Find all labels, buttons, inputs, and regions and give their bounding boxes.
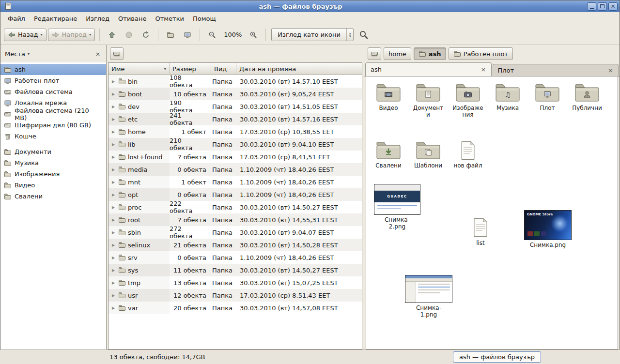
tree-row-usr[interactable]: ▶usr12 обектаПапка17.03.2010 (ср) 8,51,4… — [108, 289, 362, 302]
back-dropdown-icon[interactable]: ▾ — [41, 32, 43, 37]
forward-button[interactable]: Напред ▾ — [48, 29, 95, 41]
expander-icon[interactable]: ▶ — [110, 117, 116, 121]
expander-icon[interactable]: ▶ — [110, 268, 116, 273]
tree-row-opt[interactable]: ▶opt0 обектаПапка1.10.2009 (чт) 18,40,26… — [108, 188, 362, 201]
titlebar[interactable]: ash — файлов браузър × — [0, 0, 620, 12]
tab-ash[interactable]: ash× — [365, 62, 492, 76]
tree-row-proc[interactable]: ▶proc222 обектаПапка30.03.2010 (вт) 14,5… — [108, 201, 362, 213]
icon-Документи[interactable]: Документи — [410, 82, 447, 119]
sidebar-item-Работен плот[interactable]: Работен плот — [0, 75, 106, 86]
home-button[interactable] — [163, 29, 178, 41]
expander-icon[interactable]: ▶ — [110, 105, 116, 109]
sidebar-item-Документи[interactable]: Документи — [0, 146, 106, 157]
stop-button[interactable] — [121, 29, 137, 41]
tree-row-mnt[interactable]: ▶mnt1 обектПапка1.10.2009 (чт) 18,40,26 … — [108, 176, 362, 188]
icon-Плот[interactable]: Плот — [529, 82, 566, 119]
icon-Видео[interactable]: Видео — [370, 82, 407, 119]
menu-Помощ[interactable]: Помощ — [188, 14, 220, 24]
expander-icon[interactable]: ▶ — [110, 142, 116, 147]
sidebar-item-Изображения[interactable]: Изображения — [0, 168, 106, 180]
icon-Свалени[interactable]: Свалени — [370, 140, 407, 169]
taskbar-window-button[interactable]: ash — файлов браузър — [453, 351, 541, 363]
column-header-Размер[interactable]: Размер — [170, 63, 211, 75]
places-dropdown-icon[interactable]: ▾ — [28, 52, 30, 56]
tree-row-etc[interactable]: ▶etc241 обектаПапка30.03.2010 (вт) 14,57… — [108, 113, 362, 125]
tree-row-dev[interactable]: ▶dev190 обектаПапка30.03.2010 (вт) 14,51… — [108, 100, 362, 113]
zoom-in-button[interactable] — [246, 29, 261, 41]
maximize-button[interactable] — [598, 2, 607, 11]
menu-Изглед[interactable]: Изглед — [81, 14, 114, 24]
icon-Шаблони[interactable]: Шаблони — [410, 140, 447, 169]
expander-icon[interactable]: ▶ — [110, 243, 116, 247]
minimize-button[interactable] — [587, 2, 596, 11]
close-button[interactable]: × — [608, 2, 618, 11]
icon-Изображения[interactable]: Изображения — [450, 82, 486, 119]
search-button[interactable] — [355, 28, 372, 42]
expander-icon[interactable]: ▶ — [110, 230, 116, 235]
view-mode-select[interactable]: Изглед като икони ▴▾ — [271, 28, 354, 41]
menu-Отметки[interactable]: Отметки — [151, 14, 188, 24]
icon-list[interactable]: list — [465, 217, 496, 247]
icon-Снимка.png[interactable]: GNOME StoreСнимка.png — [524, 210, 572, 249]
expander-icon[interactable]: ▶ — [110, 92, 116, 96]
expander-icon[interactable]: ▶ — [110, 79, 116, 84]
tree-row-home[interactable]: ▶home1 обектПапка17.03.2010 (ср) 10,38,5… — [108, 125, 362, 138]
icon-Снимка-1.png[interactable]: Снимка-1.png — [405, 275, 452, 318]
sidebar-item-Файлова система (210 MB)[interactable]: Файлова система (210 MB) — [0, 108, 106, 120]
tree-row-lost+found[interactable]: ▶lost+found? обектаПапка17.03.2010 (ср) … — [108, 151, 362, 163]
sidebar-item-Музика[interactable]: Музика — [0, 157, 106, 168]
sidebar-item-Кошче[interactable]: Кошче — [0, 131, 106, 142]
reload-button[interactable] — [138, 29, 154, 41]
sidebar-item-Файлова система[interactable]: Файлова система — [0, 86, 106, 97]
sidebar-item-Свалени[interactable]: Свалени — [0, 191, 106, 202]
tree-row-srv[interactable]: ▶srv0 обектаПапка1.10.2009 (чт) 18,40,26… — [108, 251, 362, 264]
expander-icon[interactable]: ▶ — [110, 155, 116, 159]
up-button[interactable] — [104, 29, 120, 41]
icon-нов файл[interactable]: нов файл — [450, 140, 486, 169]
pathbar-button-home[interactable]: home — [384, 47, 411, 60]
computer-button[interactable] — [180, 29, 195, 41]
tree-row-lib[interactable]: ▶lib210 обектаПапка30.03.2010 (вт) 9,04,… — [108, 138, 362, 151]
icon-Музика[interactable]: ♫Музика — [489, 82, 526, 119]
tree-row-var[interactable]: ▶var20 обектаПапка30.03.2010 (вт) 14,57,… — [108, 302, 362, 314]
expander-icon[interactable]: ▶ — [110, 167, 116, 172]
tree-row-root[interactable]: ▶root? обектаПапка30.03.2010 (вт) 14,55,… — [108, 213, 362, 226]
expander-icon[interactable]: ▶ — [110, 281, 116, 285]
icon-Снимка-2.png[interactable]: GUADECСнимка-2.png — [374, 184, 420, 230]
tree-row-boot[interactable]: ▶boot10 обектаПапка30.03.2010 (вт) 9,05,… — [108, 88, 362, 100]
places-label[interactable]: Места — [5, 50, 25, 58]
tree-row-selinux[interactable]: ▶selinux21 обектаПапка30.03.2010 (вт) 14… — [108, 239, 362, 251]
tree-row-media[interactable]: ▶media0 обектаПапка1.10.2009 (чт) 18,40,… — [108, 163, 362, 176]
expander-icon[interactable]: ▶ — [110, 130, 116, 134]
expander-icon[interactable]: ▶ — [110, 218, 116, 222]
expander-icon[interactable]: ▶ — [110, 306, 116, 310]
tab-close-icon[interactable]: × — [481, 66, 486, 73]
menu-Редактиране[interactable]: Редактиране — [30, 14, 81, 24]
sidebar-item-ash[interactable]: ash — [0, 64, 106, 75]
tree-row-sys[interactable]: ▶sys11 обектаПапка30.03.2010 (вт) 14,50,… — [108, 264, 362, 276]
pathbar-button-ash[interactable]: ash — [414, 47, 446, 60]
expander-icon[interactable]: ▶ — [110, 205, 116, 210]
pathbar-button-Работен плот[interactable]: Работен плот — [449, 47, 513, 60]
zoom-out-button[interactable] — [204, 29, 220, 41]
icon-Публични[interactable]: Публични — [569, 82, 605, 119]
column-header-Дата на промяна[interactable]: Дата на промяна — [236, 63, 362, 75]
root-location-button[interactable] — [110, 47, 124, 60]
expander-icon[interactable]: ▶ — [110, 193, 116, 197]
tab-close-icon[interactable]: × — [608, 67, 613, 74]
column-header-Вид[interactable]: Вид — [211, 63, 236, 75]
tree-row-tmp[interactable]: ▶tmp13 обектаПапка30.03.2010 (вт) 15,07,… — [108, 276, 362, 289]
sidebar-item-Видео[interactable]: Видео — [0, 180, 106, 191]
column-header-Име[interactable]: Име▾ — [108, 63, 170, 75]
back-button[interactable]: Назад ▾ — [4, 29, 46, 41]
tree-row-sbin[interactable]: ▶sbin272 обектаПапка30.03.2010 (вт) 9,04… — [108, 226, 362, 239]
tab-Плот[interactable]: Плот× — [493, 64, 619, 76]
expander-icon[interactable]: ▶ — [110, 180, 116, 184]
sidebar-item-Шифриран дял (80 GB)[interactable]: Шифриран дял (80 GB) — [0, 120, 106, 131]
menu-Отиване[interactable]: Отиване — [114, 14, 151, 24]
expander-icon[interactable]: ▶ — [110, 293, 116, 298]
sidebar-close-icon[interactable]: × — [94, 50, 102, 58]
pathbar-button-root[interactable] — [368, 47, 381, 60]
tree-row-bin[interactable]: ▶bin108 обектаПапка30.03.2010 (вт) 14,57… — [108, 75, 362, 88]
expander-icon[interactable]: ▶ — [110, 256, 116, 260]
